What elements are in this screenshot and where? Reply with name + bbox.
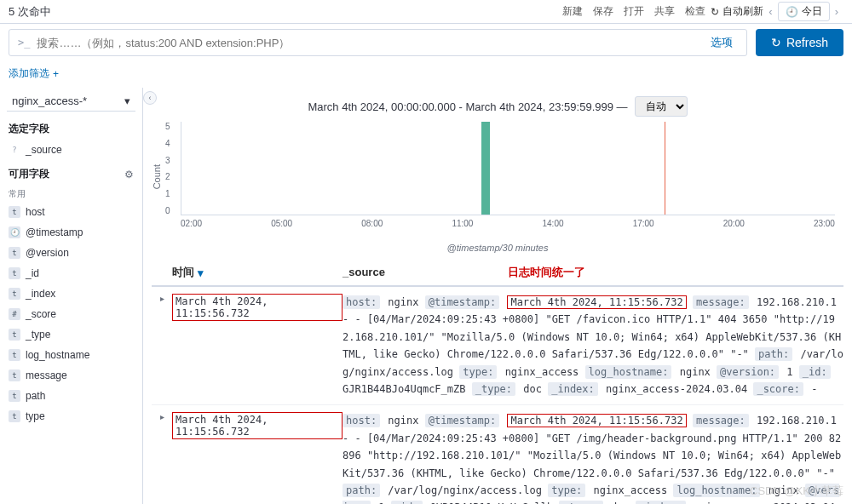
text-field-icon: t	[9, 247, 20, 259]
auto-refresh[interactable]: ↻ 自动刷新	[711, 4, 763, 19]
field-index[interactable]: t_index	[0, 284, 142, 304]
next-range-button[interactable]: ›	[830, 5, 843, 18]
gear-icon[interactable]: ⚙	[124, 169, 134, 180]
search-input[interactable]	[37, 37, 705, 49]
y-axis-ticks: 543210	[165, 122, 170, 215]
time-header: March 4th 2024, 00:00:00.000 - March 4th…	[143, 88, 852, 122]
question-icon: ?	[9, 144, 20, 156]
add-filter-link[interactable]: 添加筛选 +	[9, 66, 59, 81]
histogram-chart: Count 543210 02:0005:0008:0011:0014:0017…	[143, 122, 852, 241]
field-source[interactable]: ? _source	[0, 140, 142, 160]
field-timestamp[interactable]: 🕘@timestamp	[0, 222, 142, 243]
prev-range-button[interactable]: ‹	[763, 5, 777, 18]
top-bar: 5 次命中 新建 保存 打开 共享 检查 ↻ 自动刷新 ‹ 🕘 今日 ›	[0, 0, 852, 24]
watermark: CSDN @KK小草莓	[750, 484, 843, 499]
annotation-text: 日志时间统一了	[508, 266, 585, 278]
main: nginx_access-* ▾ 选定字段 ? _source 可用字段 ⚙ 常…	[0, 88, 852, 504]
field-path[interactable]: tpath	[0, 386, 142, 406]
interval-select[interactable]: 自动	[635, 96, 688, 117]
number-field-icon: #	[9, 308, 20, 320]
refresh-button[interactable]: ↻ Refresh	[756, 29, 843, 56]
y-axis-label: Count	[152, 164, 162, 189]
expand-row-button[interactable]: ▸	[152, 412, 172, 504]
time-range-label: March 4th 2024, 00:00:00.000 - March 4th…	[308, 100, 627, 113]
search-box[interactable]: >_ 选项	[9, 29, 747, 56]
hits-count: 5 次命中	[9, 4, 51, 20]
prompt-icon: >_	[18, 37, 30, 49]
time-column-header[interactable]: 时间 ▾	[172, 265, 343, 280]
x-axis-ticks: 02:0005:0008:0011:0014:0017:0020:0023:00	[181, 219, 835, 228]
field-id[interactable]: t_id	[0, 263, 142, 284]
table-row: ▸March 4th 2024, 11:15:56.732host: nginx…	[152, 405, 843, 504]
text-field-icon: t	[9, 369, 20, 381]
now-marker	[665, 122, 665, 215]
clock-icon: 🕘	[786, 6, 798, 18]
refresh-cycle-icon: ↻	[711, 6, 719, 18]
search-row: >_ 选项 ↻ Refresh	[0, 24, 852, 61]
available-fields-title: 可用字段	[9, 167, 49, 181]
field-type[interactable]: t_type	[0, 324, 142, 345]
table-header: 时间 ▾ _source 日志时间统一了	[152, 260, 843, 287]
options-link[interactable]: 选项	[711, 35, 733, 50]
content: ‹ March 4th 2024, 00:00:00.000 - March 4…	[143, 88, 852, 504]
text-field-icon: t	[9, 267, 20, 279]
field-type2[interactable]: ttype	[0, 406, 142, 427]
share-link[interactable]: 共享	[654, 4, 675, 19]
refresh-icon: ↻	[771, 36, 781, 49]
time-cell: March 4th 2024, 11:15:56.732	[172, 294, 343, 398]
field-host[interactable]: thost	[0, 202, 142, 222]
field-version[interactable]: t@version	[0, 243, 142, 263]
sort-desc-icon: ▾	[198, 266, 204, 279]
x-axis-label: @timestamp/30 minutes	[143, 241, 852, 260]
text-field-icon: t	[9, 410, 20, 422]
time-range-button[interactable]: 🕘 今日	[778, 2, 830, 21]
plus-icon: +	[53, 68, 59, 80]
save-link[interactable]: 保存	[593, 4, 613, 19]
sidebar: nginx_access-* ▾ 选定字段 ? _source 可用字段 ⚙ 常…	[0, 88, 143, 504]
field-message[interactable]: tmessage	[0, 365, 142, 386]
expand-row-button[interactable]: ▸	[152, 294, 172, 398]
time-cell: March 4th 2024, 11:15:56.732	[172, 412, 343, 504]
source-cell: host: nginx @timestamp: March 4th 2024, …	[343, 294, 843, 398]
new-link[interactable]: 新建	[562, 4, 583, 19]
table-row: ▸March 4th 2024, 11:15:56.732host: nginx…	[152, 287, 843, 405]
popular-label: 常用	[0, 185, 142, 202]
field-log-hostname[interactable]: tlog_hostname	[0, 345, 142, 365]
text-field-icon: t	[9, 390, 20, 402]
inspect-link[interactable]: 检查	[685, 4, 705, 19]
collapse-sidebar-button[interactable]: ‹	[143, 91, 157, 105]
selected-fields-title: 选定字段	[0, 115, 142, 140]
text-field-icon: t	[9, 288, 20, 300]
filter-row: 添加筛选 +	[0, 61, 852, 88]
chevron-down-icon: ▾	[124, 94, 130, 107]
doc-table: 时间 ▾ _source 日志时间统一了 ▸March 4th 2024, 11…	[143, 260, 852, 504]
chart-plot[interactable]	[181, 122, 835, 215]
text-field-icon: t	[9, 206, 20, 218]
text-field-icon: t	[9, 349, 20, 361]
histogram-bar[interactable]	[481, 122, 490, 215]
source-column-header: _source 日志时间统一了	[343, 265, 843, 280]
field-score[interactable]: #_score	[0, 304, 142, 324]
open-link[interactable]: 打开	[624, 4, 644, 19]
clock-field-icon: 🕘	[9, 226, 20, 238]
index-pattern-select[interactable]: nginx_access-* ▾	[7, 91, 135, 112]
text-field-icon: t	[9, 329, 20, 341]
